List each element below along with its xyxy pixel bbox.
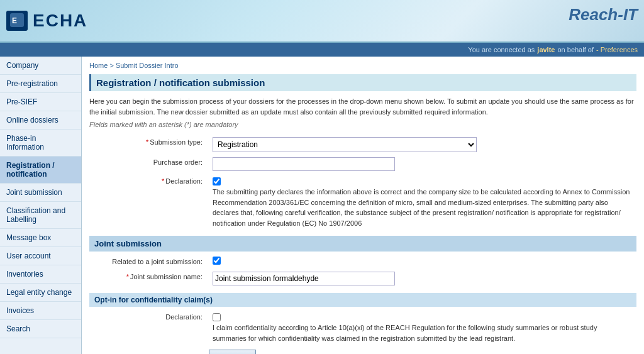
sidebar-item-invoices[interactable]: Invoices	[0, 302, 81, 320]
related-submission-checkbox[interactable]	[213, 257, 221, 265]
mandatory-note: Fields marked with an asterisk (*) are m…	[89, 121, 636, 128]
reach-it-logo: Reach-IT	[569, 5, 638, 25]
reach-it-text: Reach-IT	[569, 5, 638, 24]
opt-in-table: Declaration: I claim confidentiality acc…	[89, 309, 636, 346]
sidebar-item-online-dossiers[interactable]: Online dossiers	[0, 111, 81, 130]
joint-submission-header: Joint submission	[89, 236, 636, 252]
purchase-order-cell	[209, 155, 636, 174]
proceed-button[interactable]: Proceed	[209, 350, 256, 354]
sidebar-item-company[interactable]: Company	[0, 57, 81, 75]
top-bar: You are connected as javlte on behalf of…	[0, 43, 644, 57]
echa-logo-box: E	[6, 11, 28, 31]
sidebar-item-message-box[interactable]: Message box	[0, 229, 81, 247]
joint-submission-table: Related to a joint submission: Joint sub…	[89, 254, 636, 288]
content-area: Home > Submit Dossier Intro Registration…	[82, 57, 644, 354]
connected-as-label: You are connected as	[468, 46, 535, 53]
sidebar: CompanyPre-registrationPre-SIEFOnline do…	[0, 57, 82, 354]
purchase-order-input[interactable]	[213, 157, 395, 171]
submission-type-cell: Registration	[209, 135, 636, 155]
page-description: Here you can begin the submission proces…	[89, 96, 636, 117]
opt-in-checkbox[interactable]	[213, 313, 221, 321]
breadcrumb-current: Submit Dossier Intro	[116, 62, 179, 69]
joint-submission-name-cell	[209, 269, 636, 288]
purchase-order-label: Purchase order:	[89, 155, 209, 174]
opt-in-header: Opt-in for confidentiality claim(s)	[89, 293, 636, 307]
sidebar-item-legal-entity-change[interactable]: Legal entity change	[0, 284, 81, 302]
on-behalf-label: on behalf of	[557, 46, 594, 53]
logo-area: E ECHA	[0, 11, 87, 31]
home-link[interactable]: Home	[89, 62, 108, 69]
breadcrumb: Home > Submit Dossier Intro	[89, 62, 636, 69]
proceed-button-row: Proceed	[89, 346, 636, 354]
form-table: Submission type: Registration Purchase o…	[89, 135, 636, 231]
opt-in-declaration-row: Declaration: I claim confidentiality acc…	[89, 309, 636, 346]
declaration-text: The submitting party declares the inform…	[213, 187, 633, 228]
sidebar-item-inventories[interactable]: Inventories	[0, 265, 81, 284]
preferences-link[interactable]: - Preferences	[596, 46, 638, 53]
submission-type-label: Submission type:	[89, 135, 209, 155]
submission-type-row: Submission type: Registration	[89, 135, 636, 155]
joint-submission-name-row: Joint submission name:	[89, 269, 636, 288]
echa-logo-text: ECHA	[33, 11, 87, 31]
svg-text:E: E	[12, 16, 17, 25]
joint-submission-name-input[interactable]	[213, 272, 395, 285]
breadcrumb-separator: >	[109, 62, 115, 69]
page-title: Registration / notification submission	[89, 74, 636, 91]
sidebar-item-search[interactable]: Search	[0, 320, 81, 338]
purchase-order-row: Purchase order:	[89, 155, 636, 174]
submission-type-select[interactable]: Registration	[213, 137, 477, 152]
header: E ECHA Reach-IT	[0, 0, 644, 43]
sidebar-item-user-account[interactable]: User account	[0, 247, 81, 265]
sidebar-item-classification-and-labelling[interactable]: Classification and Labelling	[0, 202, 81, 229]
related-label: Related to a joint submission:	[89, 254, 209, 269]
username-label: javlte	[537, 46, 555, 53]
opt-in-declaration-text: I claim confidentiality according to Art…	[213, 323, 633, 343]
declaration-label: Declaration:	[89, 174, 209, 231]
sidebar-item-registration---notification[interactable]: Registration / notification	[0, 157, 81, 184]
related-submission-row: Related to a joint submission:	[89, 254, 636, 269]
related-cell	[209, 254, 636, 269]
joint-submission-name-label: Joint submission name:	[89, 269, 209, 288]
declaration-row: Declaration: The submitting party declar…	[89, 174, 636, 231]
opt-in-declaration-label: Declaration:	[89, 309, 209, 346]
sidebar-item-phase-in-information[interactable]: Phase-in Information	[0, 130, 81, 157]
declaration-cell: The submitting party declares the inform…	[209, 174, 636, 231]
declaration-checkbox[interactable]	[213, 177, 221, 185]
declaration-checkbox-row	[213, 177, 633, 185]
sidebar-item-joint-submission[interactable]: Joint submission	[0, 184, 81, 202]
opt-in-checkbox-row	[213, 313, 633, 321]
sidebar-item-pre-registration[interactable]: Pre-registration	[0, 75, 81, 93]
sidebar-item-pre-sief[interactable]: Pre-SIEF	[0, 93, 81, 111]
layout: CompanyPre-registrationPre-SIEFOnline do…	[0, 57, 644, 354]
opt-in-declaration-cell: I claim confidentiality according to Art…	[209, 309, 636, 346]
